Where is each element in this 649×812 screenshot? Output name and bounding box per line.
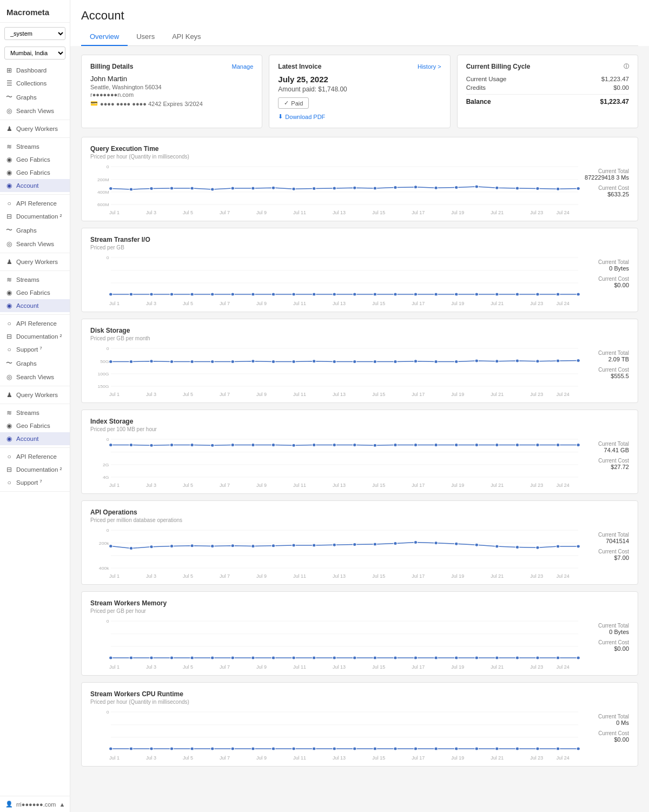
tab-api-keys[interactable]: API Keys: [163, 28, 209, 46]
sidebar-item-api-ref-2[interactable]: ○ API Reference: [0, 317, 70, 330]
sidebar-item-label: Query Workers: [16, 126, 58, 132]
svg-point-199: [312, 747, 315, 750]
sidebar-item-api-ref-1[interactable]: ○ API Reference: [0, 197, 70, 210]
billing-card-info: 💳 ●●●● ●●●● ●●●● 4242 Expires 3/2024: [90, 100, 253, 107]
download-pdf-link[interactable]: ⬇ Download PDF: [278, 113, 441, 120]
chart-section-stream-transfer: Stream Transfer I/OPriced per GB0Jul 1Ju…: [81, 228, 638, 312]
docs-icon-3: ⊟: [5, 466, 13, 473]
svg-point-87: [475, 359, 478, 362]
svg-text:400M: 400M: [97, 189, 109, 195]
sidebar-item-streams-1[interactable]: ≋ Streams: [0, 140, 70, 153]
sidebar-item-dashboard[interactable]: ⊞ Dashboard: [0, 64, 70, 77]
expand-icon[interactable]: ▲: [59, 801, 65, 808]
svg-text:0: 0: [107, 618, 109, 624]
chart-cost-label: Current Cost: [579, 367, 629, 373]
sidebar-item-search-views-2[interactable]: ◎ Search Views: [0, 237, 70, 250]
svg-point-136: [210, 544, 214, 547]
svg-text:0: 0: [107, 709, 109, 715]
sidebar-item-api-ref-3[interactable]: ○ API Reference: [0, 450, 70, 463]
svg-point-194: [210, 747, 214, 750]
query-workers-icon-3: ♟: [5, 391, 13, 399]
svg-point-19: [333, 187, 336, 190]
svg-point-160: [109, 656, 112, 659]
sidebar-item-docs-3[interactable]: ⊟ Documentation ²: [0, 463, 70, 476]
svg-point-174: [394, 656, 397, 659]
sidebar-item-docs-2[interactable]: ⊟ Documentation ²: [0, 330, 70, 343]
current-usage-row: Current Usage $1,223.47: [466, 75, 629, 83]
card-number: ●●●● ●●●● ●●●● 4242 Expires 3/2024: [100, 101, 203, 107]
svg-point-150: [495, 545, 499, 548]
sidebar-group-ref-1: ○ API Reference ⊟ Documentation ² 〜 Grap…: [0, 195, 70, 253]
x-axis-label: Jul 21: [491, 573, 504, 579]
sidebar: Macrometa _system Mumbai, India ⊞ Dashbo…: [0, 0, 70, 812]
svg-point-192: [170, 747, 173, 750]
chart-total-value: 0 Ms: [579, 719, 629, 726]
sidebar-item-docs-1[interactable]: ⊟ Documentation ²: [0, 210, 70, 223]
history-link[interactable]: History >: [418, 63, 441, 70]
sidebar-item-label: Search Views: [16, 108, 54, 114]
svg-point-37: [109, 293, 112, 296]
sidebar-item-graphs-3[interactable]: 〜 Graphs: [0, 356, 70, 371]
sidebar-item-account-1[interactable]: ◉ Account: [0, 179, 70, 192]
x-axis-label: Jul 24: [557, 301, 569, 306]
sidebar-item-query-workers-2[interactable]: ♟ Query Workers: [0, 255, 70, 268]
sidebar-item-geo-fabrics-2[interactable]: ◉ Geo Fabrics: [0, 166, 70, 179]
x-axis-label: Jul 19: [451, 301, 464, 306]
search-views-icon: ◎: [5, 107, 13, 115]
svg-point-123: [577, 444, 580, 447]
sidebar-item-graphs-2[interactable]: 〜 Graphs: [0, 223, 70, 237]
svg-point-84: [414, 360, 417, 363]
manage-link[interactable]: Manage: [232, 63, 254, 70]
sidebar-item-support-2[interactable]: ○ Support ⁷: [0, 476, 70, 489]
x-axis-label: Jul 5: [183, 210, 193, 215]
invoice-header: Latest Invoice History >: [278, 63, 441, 70]
location-select[interactable]: Mumbai, India: [4, 47, 65, 60]
x-axis-label: Jul 7: [220, 573, 230, 579]
sidebar-item-search-views-3[interactable]: ◎ Search Views: [0, 371, 70, 384]
svg-point-164: [190, 656, 194, 659]
svg-point-149: [475, 543, 478, 546]
svg-point-102: [150, 444, 153, 447]
billing-cycle-card: Current Billing Cycle ⓘ Current Usage $1…: [457, 55, 638, 128]
svg-point-88: [495, 360, 499, 363]
chart-stats-index-storage: Current Total74.41 GBCurrent Cost$27.72: [575, 437, 629, 488]
sidebar-item-streams-2[interactable]: ≋ Streams: [0, 273, 70, 286]
x-axis-label: Jul 19: [451, 664, 464, 670]
sidebar-item-geo-fabrics-3[interactable]: ◉ Geo Fabrics: [0, 286, 70, 299]
svg-point-50: [373, 293, 376, 296]
sidebar-item-graphs[interactable]: 〜 Graphs: [0, 90, 70, 104]
svg-point-190: [129, 747, 133, 750]
tab-overview[interactable]: Overview: [81, 28, 128, 46]
x-axis-label: Jul 9: [256, 755, 267, 761]
svg-point-76: [251, 360, 255, 363]
sidebar-item-account-2[interactable]: ◉ Account: [0, 299, 70, 312]
tab-users[interactable]: Users: [128, 28, 163, 46]
sidebar-item-geo-fabrics-4[interactable]: ◉ Geo Fabrics: [0, 419, 70, 432]
sidebar-item-geo-fabrics-1[interactable]: ◉ Geo Fabrics: [0, 153, 70, 166]
system-select[interactable]: _system: [4, 27, 65, 40]
x-axis-label: Jul 3: [146, 301, 156, 306]
sidebar-item-query-workers-3[interactable]: ♟ Query Workers: [0, 388, 70, 401]
svg-point-195: [231, 747, 234, 750]
sidebar-item-support-1[interactable]: ○ Support ⁷: [0, 343, 70, 356]
chart-area-stream-workers-cpu: 0Jul 1Jul 3Jul 5Jul 7Jul 9Jul 11Jul 13Ju…: [90, 709, 569, 761]
sidebar-group-query-3: ♟ Query Workers: [0, 386, 70, 404]
svg-text:200k: 200k: [99, 540, 110, 546]
sidebar-item-collections[interactable]: ☰ Collections: [0, 77, 70, 90]
sidebar-item-query-workers[interactable]: ♟ Query Workers: [0, 122, 70, 135]
sidebar-item-label: Geo Fabrics: [16, 422, 50, 429]
svg-text:0: 0: [107, 437, 109, 442]
chart-section-api-operations: API OperationsPriced per million databas…: [81, 500, 638, 585]
chart-stats-stream-transfer: Current Total0 BytesCurrent Cost$0.00: [575, 255, 629, 306]
x-axis-label: Jul 5: [183, 664, 193, 670]
balance-row: Balance $1,223.47: [466, 94, 629, 105]
svg-point-60: [577, 293, 580, 296]
sidebar-item-streams-3[interactable]: ≋ Streams: [0, 406, 70, 419]
sidebar-item-search-views[interactable]: ◎ Search Views: [0, 104, 70, 117]
sidebar-item-label: Geo Fabrics: [16, 289, 50, 296]
x-axis-label: Jul 24: [557, 664, 569, 670]
chart-cost-label: Current Cost: [579, 458, 629, 464]
sidebar-item-account-3[interactable]: ◉ Account: [0, 432, 70, 445]
x-axis-label: Jul 9: [256, 301, 267, 306]
chart-title-stream-workers-memory: Stream Workers Memory: [90, 599, 629, 607]
